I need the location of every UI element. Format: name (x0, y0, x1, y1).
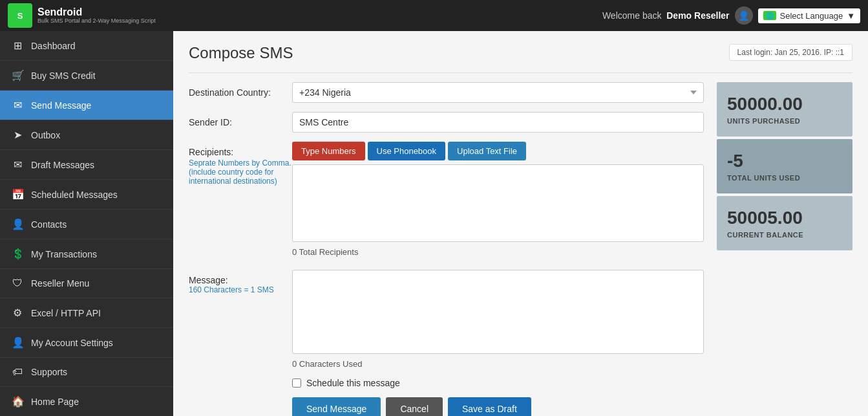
last-login-bar: Last login: Jan 25, 2016. IP: ::1 (729, 44, 852, 61)
api-icon: ⚙ (12, 307, 23, 319)
message-label: Message: 160 Characters = 1 SMS (189, 270, 292, 297)
contacts-icon: 👤 (12, 218, 23, 230)
sidebar-label-my-transactions: My Transactions (31, 249, 97, 259)
user-name: Demo Reseller (666, 10, 729, 21)
message-row: Message: 160 Characters = 1 SMS 0 Charac… (189, 270, 704, 369)
units-used-value: -5 (727, 151, 842, 171)
type-numbers-button[interactable]: Type Numbers (292, 142, 365, 160)
logo-title: Sendroid (37, 6, 156, 18)
message-textarea[interactable] (292, 270, 704, 354)
welcome-text: Welcome back Demo Reseller (602, 10, 730, 21)
cart-icon: 🛒 (12, 69, 23, 82)
units-used-card: -5 TOTAL UNITS USED (717, 139, 852, 193)
sidebar-item-contacts[interactable]: 👤 Contacts (0, 210, 173, 239)
sidebar-item-send-message[interactable]: ✉ Send Message (0, 91, 173, 120)
reseller-icon: 🛡 (12, 278, 23, 289)
outbox-icon: ➤ (12, 129, 23, 141)
sidebar-item-supports[interactable]: 🏷 Supports (0, 358, 173, 387)
action-buttons: Send Message Cancel Save as Draft (292, 397, 704, 416)
sidebar-label-dashboard: Dashboard (31, 41, 76, 51)
sidebar-label-home-page: Home Page (31, 397, 79, 407)
flag-icon: 🌐 (763, 11, 776, 20)
sender-input[interactable] (292, 112, 704, 133)
logo-sub: Bulk SMS Portal and 2-Way Messaging Scri… (37, 18, 156, 25)
cancel-button[interactable]: Cancel (386, 397, 443, 416)
chars-used: 0 Characters Used (292, 359, 704, 369)
logo: S Sendroid Bulk SMS Portal and 2-Way Mes… (8, 3, 156, 28)
sidebar-item-home-page[interactable]: 🏠 Home Page (0, 387, 173, 416)
recipients-field: Type Numbers Use Phonebook Upload Text F… (292, 142, 704, 257)
schedule-label: Schedule this message (306, 378, 400, 388)
sidebar-label-buy-sms: Buy SMS Credit (31, 71, 96, 81)
chevron-down-icon: ▼ (847, 11, 855, 21)
destination-field: +234 Nigeria (292, 82, 704, 103)
use-phonebook-button[interactable]: Use Phonebook (368, 142, 446, 160)
home-icon: 🏠 (12, 395, 23, 408)
send-icon: ✉ (12, 99, 23, 111)
sidebar-item-account-settings[interactable]: 👤 My Account Settings (0, 328, 173, 358)
current-balance-value: 50005.00 (727, 208, 842, 228)
compose-form: Destination Country: +234 Nigeria Sender… (189, 82, 704, 416)
upload-text-file-button[interactable]: Upload Text File (448, 142, 526, 160)
sidebar-item-draft[interactable]: ✉ Draft Messages (0, 150, 173, 180)
sidebar-label-supports: Supports (31, 367, 67, 377)
compose-layout: Destination Country: +234 Nigeria Sender… (189, 82, 852, 416)
recipients-buttons: Type Numbers Use Phonebook Upload Text F… (292, 142, 704, 160)
destination-select[interactable]: +234 Nigeria (292, 82, 704, 103)
main-layout: ⊞ Dashboard 🛒 Buy SMS Credit ✉ Send Mess… (0, 31, 868, 416)
send-message-button[interactable]: Send Message (292, 397, 381, 416)
sidebar-label-contacts: Contacts (31, 219, 67, 230)
destination-row: Destination Country: +234 Nigeria (189, 82, 704, 103)
sidebar-label-excel-api: Excel / HTTP API (31, 308, 101, 318)
sidebar: ⊞ Dashboard 🛒 Buy SMS Credit ✉ Send Mess… (0, 31, 173, 416)
sidebar-item-reseller[interactable]: 🛡 Reseller Menu (0, 269, 173, 298)
language-selector[interactable]: 🌐 Select Language ▼ (758, 8, 860, 23)
message-field: 0 Characters Used (292, 270, 704, 369)
save-draft-button[interactable]: Save as Draft (448, 397, 531, 416)
sidebar-item-buy-sms[interactable]: 🛒 Buy SMS Credit (0, 61, 173, 91)
sidebar-label-scheduled: Scheduled Messages (31, 190, 118, 200)
stats-panel: 50000.00 UNITS PURCHASED -5 TOTAL UNITS … (717, 82, 852, 416)
recipients-textarea[interactable] (292, 164, 704, 242)
units-purchased-label: UNITS PURCHASED (727, 117, 842, 125)
schedule-checkbox[interactable] (292, 378, 301, 388)
scheduled-icon: 📅 (12, 188, 23, 201)
destination-label: Destination Country: (189, 82, 292, 98)
draft-icon: ✉ (12, 159, 23, 171)
sidebar-label-send-message: Send Message (31, 100, 91, 111)
recipients-hint: Seprate Numbers by Comma. (include count… (189, 159, 292, 186)
units-used-label: TOTAL UNITS USED (727, 174, 842, 182)
units-purchased-card: 50000.00 UNITS PURCHASED (717, 82, 852, 137)
support-icon: 🏷 (12, 366, 23, 378)
app-header: S Sendroid Bulk SMS Portal and 2-Way Mes… (0, 0, 868, 31)
transactions-icon: 💲 (12, 248, 23, 260)
user-icon[interactable]: 👤 (735, 6, 753, 25)
recipients-count: 0 Total Recipients (292, 247, 704, 257)
sidebar-item-outbox[interactable]: ➤ Outbox (0, 120, 173, 150)
sidebar-label-draft: Draft Messages (31, 160, 94, 170)
sender-label: Sender ID: (189, 112, 292, 127)
sender-row: Sender ID: (189, 112, 704, 133)
logo-icon: S (8, 3, 32, 28)
sidebar-item-dashboard[interactable]: ⊞ Dashboard (0, 31, 173, 61)
sidebar-item-my-transactions[interactable]: 💲 My Transactions (0, 239, 173, 269)
lang-label: Select Language (780, 11, 843, 21)
sidebar-item-scheduled[interactable]: 📅 Scheduled Messages (0, 180, 173, 210)
recipients-label: Recipients: Seprate Numbers by Comma. (i… (189, 142, 292, 186)
sidebar-label-account-settings: My Account Settings (31, 338, 113, 348)
current-balance-label: CURRENT BALANCE (727, 231, 842, 239)
sidebar-label-reseller: Reseller Menu (31, 278, 89, 289)
sender-field (292, 112, 704, 133)
schedule-row: Schedule this message (292, 378, 704, 388)
content-area: Compose SMS Last login: Jan 25, 2016. IP… (173, 31, 868, 416)
current-balance-card: 50005.00 CURRENT BALANCE (717, 196, 852, 250)
sidebar-label-outbox: Outbox (31, 130, 60, 140)
units-purchased-value: 50000.00 (727, 94, 842, 115)
divider (189, 72, 852, 73)
settings-icon: 👤 (12, 336, 23, 349)
sidebar-item-excel-api[interactable]: ⚙ Excel / HTTP API (0, 298, 173, 328)
recipients-row: Recipients: Seprate Numbers by Comma. (i… (189, 142, 704, 261)
dashboard-icon: ⊞ (12, 39, 23, 52)
message-hint: 160 Characters = 1 SMS (189, 285, 292, 294)
